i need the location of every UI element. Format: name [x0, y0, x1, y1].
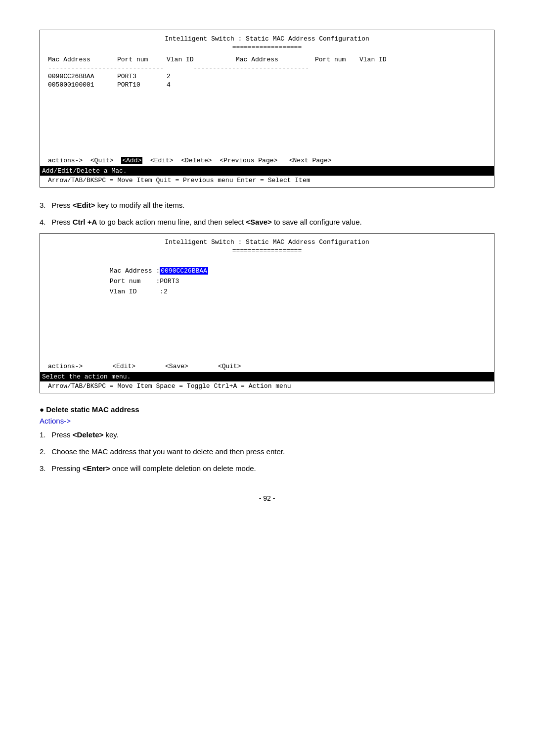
- col-spacer: [206, 56, 236, 63]
- delete-step3-rest: once will complete deletion on delete mo…: [110, 464, 256, 472]
- port-value: :PORT3: [156, 278, 179, 285]
- divider1: ------------------------------: [48, 64, 164, 72]
- actions-bar-1: actions-> <Quit> <Add> <Edit> <Delete> <…: [48, 155, 486, 166]
- status-bar2-2: Arrow/TAB/BKSPC = Move Item Space = Togg…: [48, 381, 486, 391]
- actions-rest: <Edit> <Delete> <Previous Page> <Next Pa…: [142, 157, 331, 164]
- actions-heading[interactable]: Actions->: [40, 417, 494, 425]
- status-bar-2: Select the action menu.: [40, 372, 494, 381]
- mac-field-line: Mac Address :0090CC26BBAA: [48, 267, 486, 275]
- vlan-cell: 2: [167, 73, 206, 80]
- terminal1-underline: ==================: [48, 44, 486, 51]
- step-4-number: 4.: [40, 216, 49, 228]
- step-num-2: 2.: [40, 446, 49, 458]
- step-4-middle: to go back action menu line, and then se…: [97, 218, 246, 226]
- step-4-rest: to save all configure value.: [272, 218, 362, 226]
- terminal2-inner: Mac Address :0090CC26BBAA Port num :PORT…: [48, 259, 486, 303]
- col-port2-header: Port num: [315, 56, 359, 63]
- step-num-3: 3.: [40, 463, 49, 474]
- empty-space-2: [48, 303, 486, 353]
- page-number: - 92 -: [40, 494, 494, 502]
- col-mac-header: Mac Address: [48, 56, 117, 63]
- add-action[interactable]: <Add>: [121, 157, 142, 164]
- action-edit[interactable]: <Edit>: [112, 363, 135, 370]
- port-field-line: Port num :PORT3: [48, 278, 486, 285]
- step-3: 3. Press <Edit> key to modify all the it…: [40, 199, 494, 211]
- mac-value: 0090CC26BBAA: [160, 267, 208, 275]
- table-row: 005000100001 PORT10 4: [48, 81, 486, 89]
- actions-label-2: actions->: [48, 363, 83, 370]
- vlan-field-line: Vlan ID :2: [48, 288, 486, 295]
- port-cell: PORT10: [117, 81, 167, 89]
- empty-space: [48, 90, 486, 149]
- step-4: 4. Press Ctrl +A to go back action menu …: [40, 216, 494, 228]
- delete-step2-text: Choose the MAC address that you want to …: [51, 447, 285, 456]
- delete-step1-prefix: Press: [51, 430, 73, 439]
- step-3-rest: key to modify all the items.: [95, 201, 185, 209]
- step-4-bold2: <Save>: [246, 218, 272, 226]
- bullet-icon: ●: [40, 405, 44, 414]
- terminal2-underline: ==================: [48, 247, 486, 254]
- vlan-value: :2: [160, 288, 168, 295]
- delete-title: Delete static MAC address: [46, 405, 139, 414]
- step-3-number: 3.: [40, 199, 49, 211]
- delete-step-1: 1. Press <Delete> key.: [40, 429, 494, 441]
- col-headers-row: Mac Address Port num Vlan ID Mac Address…: [48, 56, 486, 63]
- terminal2-title: Intelligent Switch : Static MAC Address …: [48, 238, 486, 246]
- status-bar-1: Add/Edit/Delete a Mac.: [40, 166, 494, 176]
- terminal-box-1: Intelligent Switch : Static MAC Address …: [40, 30, 494, 188]
- delete-step-3: 3. Pressing <Enter> once will complete d…: [40, 463, 494, 474]
- action-save[interactable]: <Save>: [165, 363, 188, 370]
- divider2: ------------------------------: [193, 64, 309, 72]
- delete-steps: 1. Press <Delete> key. 2. Choose the MAC…: [40, 429, 494, 474]
- mac-cell: 005000100001: [48, 81, 117, 89]
- delete-step3-bold: <Enter>: [83, 464, 110, 472]
- step-3-prefix: Press: [51, 201, 73, 209]
- col-vlan-header: Vlan ID: [167, 56, 206, 63]
- port-label: Port num: [110, 278, 140, 285]
- terminal-box-2: Intelligent Switch : Static MAC Address …: [40, 233, 494, 393]
- vlan-cell: 4: [167, 81, 206, 89]
- delete-step-2: 2. Choose the MAC address that you want …: [40, 446, 494, 458]
- actions-line-2: actions-> <Edit> <Save> <Quit>: [48, 361, 486, 372]
- action-quit[interactable]: <Quit>: [218, 363, 241, 370]
- status-bar2-1: Arrow/TAB/BKSPC = Move Item Quit = Previ…: [48, 176, 486, 185]
- terminal1-title: Intelligent Switch : Static MAC Address …: [48, 35, 486, 43]
- mac-label: Mac Address :: [110, 267, 160, 275]
- step-4-prefix: Press: [51, 218, 73, 226]
- delete-step1-bold: <Delete>: [73, 430, 104, 439]
- vlan-label: Vlan ID: [110, 288, 137, 295]
- col-vlan2-header: Vlan ID: [359, 56, 399, 63]
- delete-step1-rest: key.: [103, 430, 119, 439]
- step-num-1: 1.: [40, 429, 49, 441]
- actions-label: actions-> <Quit>: [48, 157, 121, 164]
- step-4-bold1: Ctrl +A: [73, 218, 97, 226]
- mac-cell: 0090CC26BBAA: [48, 73, 117, 80]
- col-mac2-header: Mac Address: [236, 56, 315, 63]
- delete-section-header: ● Delete static MAC address: [40, 405, 494, 414]
- table-row: 0090CC26BBAA PORT3 2: [48, 73, 486, 80]
- col-port-header: Port num: [117, 56, 167, 63]
- step-3-bold: <Edit>: [73, 201, 95, 209]
- divider-row: ------------------------------ ---------…: [48, 64, 486, 72]
- delete-step3-prefix: Pressing: [51, 464, 83, 472]
- port-cell: PORT3: [117, 73, 167, 80]
